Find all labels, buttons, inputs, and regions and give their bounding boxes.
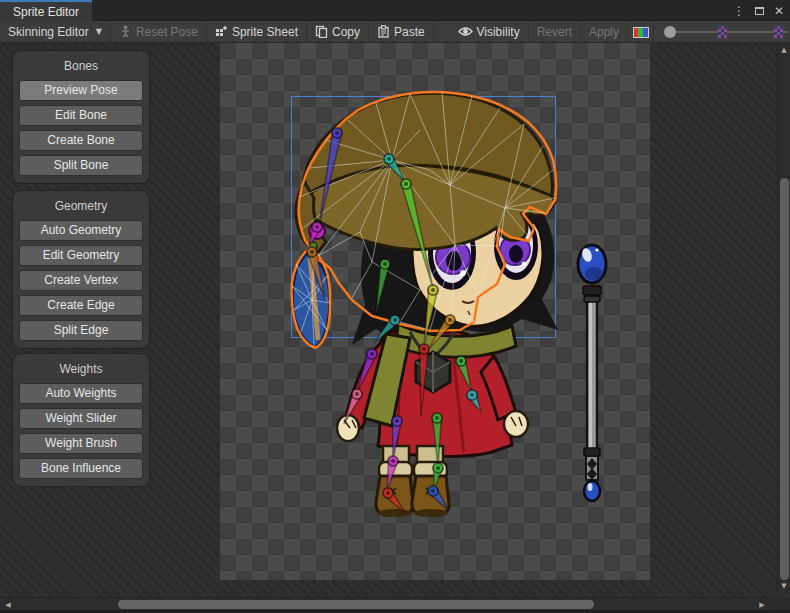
- panel-weights: Weights Auto Weights Weight Slider Weigh…: [12, 353, 150, 487]
- visibility-button[interactable]: Visibility: [450, 21, 529, 42]
- revert-button[interactable]: Revert: [529, 21, 581, 42]
- panel-bones: Bones Preview Pose Edit Bone Create Bone…: [12, 50, 150, 184]
- rgb-icon: [633, 27, 649, 38]
- editor-content: Bones Preview Pose Edit Bone Create Bone…: [0, 43, 790, 613]
- vertical-scrollbar[interactable]: ▲ ▼: [777, 43, 790, 592]
- maximize-icon[interactable]: [752, 4, 766, 18]
- mip-level-slider[interactable]: [662, 21, 790, 43]
- weight-slider-button[interactable]: Weight Slider: [19, 408, 143, 429]
- horizontal-scrollbar-thumb[interactable]: [118, 600, 594, 609]
- weight-brush-button[interactable]: Weight Brush: [19, 433, 143, 454]
- eye-icon: [458, 26, 473, 37]
- copy-button[interactable]: Copy: [307, 21, 369, 42]
- window-controls: ⋮ ✕: [732, 0, 786, 21]
- hat: [296, 93, 555, 258]
- right-hand: [504, 411, 528, 437]
- split-edge-button[interactable]: Split Edge: [19, 320, 143, 341]
- staff-sprite: [578, 245, 606, 501]
- create-edge-button[interactable]: Create Edge: [19, 295, 143, 316]
- panel-title: Geometry: [19, 199, 143, 213]
- paste-button[interactable]: Paste: [369, 21, 434, 42]
- mip-texture-icon: [718, 26, 727, 38]
- create-vertex-button[interactable]: Create Vertex: [19, 270, 143, 291]
- paste-icon: [377, 25, 390, 38]
- reset-pose-icon: [119, 25, 132, 38]
- scroll-down-icon[interactable]: ▼: [778, 582, 790, 590]
- slider-handle[interactable]: [664, 26, 676, 38]
- skinning-editor-dropdown[interactable]: Skinning Editor ▼: [0, 21, 111, 42]
- auto-geometry-button[interactable]: Auto Geometry: [19, 220, 143, 241]
- horizontal-scrollbar[interactable]: ◀ ▶: [0, 597, 772, 610]
- auto-weights-button[interactable]: Auto Weights: [19, 383, 143, 404]
- scroll-up-icon[interactable]: ▲: [778, 46, 790, 54]
- sprite-canvas[interactable]: [220, 43, 650, 580]
- sprite-overlay: [220, 43, 650, 580]
- panel-title: Bones: [19, 59, 143, 73]
- tab-label: Sprite Editor: [13, 5, 79, 19]
- color-channel-button[interactable]: [628, 21, 654, 43]
- sprite-editor-window: Sprite Editor ⋮ ✕ Skinning Editor ▼ Rese…: [0, 0, 790, 613]
- chevron-down-icon: ▼: [96, 27, 102, 36]
- scroll-right-icon[interactable]: ▶: [757, 601, 767, 609]
- scroll-left-icon[interactable]: ◀: [3, 601, 13, 609]
- panel-geometry: Geometry Auto Geometry Edit Geometry Cre…: [12, 190, 150, 349]
- sprite-sheet-button[interactable]: Sprite Sheet: [207, 21, 307, 42]
- edit-bone-button[interactable]: Edit Bone: [19, 105, 143, 126]
- edit-geometry-button[interactable]: Edit Geometry: [19, 245, 143, 266]
- menu-icon[interactable]: ⋮: [732, 4, 746, 18]
- toolbar-spacer: [434, 21, 450, 42]
- preview-pose-button[interactable]: Preview Pose: [19, 80, 143, 101]
- apply-button[interactable]: Apply: [581, 21, 628, 42]
- mip-texture-icon: [774, 26, 783, 38]
- titlebar: Sprite Editor ⋮ ✕: [0, 0, 790, 21]
- bone-influence-button[interactable]: Bone Influence: [19, 458, 143, 479]
- vertical-scrollbar-thumb[interactable]: [780, 178, 789, 580]
- create-bone-button[interactable]: Create Bone: [19, 130, 143, 151]
- panel-title: Weights: [19, 362, 143, 376]
- toolbar: Skinning Editor ▼ Reset Pose Sprite Shee…: [0, 21, 790, 43]
- scrollbar-corner: [772, 597, 790, 610]
- close-icon[interactable]: ✕: [772, 4, 786, 18]
- tab-sprite-editor[interactable]: Sprite Editor: [0, 0, 92, 21]
- copy-icon: [315, 25, 328, 38]
- reset-pose-button[interactable]: Reset Pose: [111, 21, 207, 42]
- sprite-sheet-icon: [215, 25, 228, 38]
- split-bone-button[interactable]: Split Bone: [19, 155, 143, 176]
